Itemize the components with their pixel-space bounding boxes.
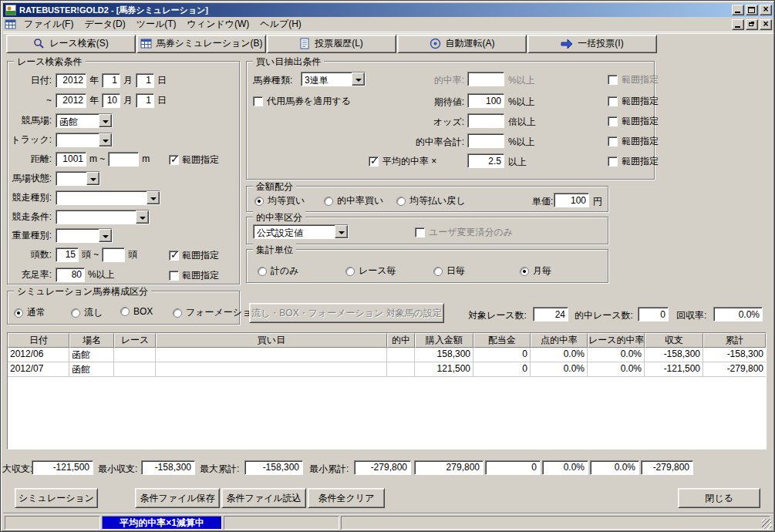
col-hit[interactable]: 的中 [387,333,415,348]
menu-tools[interactable]: ツール(T) [131,16,182,32]
dropdown-arrow-icon[interactable] [99,133,112,146]
expected-value-range-checkbox[interactable]: 範囲指定 [608,95,659,108]
radio-normal[interactable]: 通常 [14,306,45,319]
dropdown-arrow-icon[interactable] [352,72,365,86]
radio-equal-buy[interactable]: 均等買い [254,194,305,207]
col-venue[interactable]: 場名 [69,333,114,348]
expected-value-input[interactable] [467,93,504,108]
avg-hit-rate-input[interactable] [467,153,504,168]
distance-from-input[interactable] [56,152,86,167]
radio-per-race[interactable]: レース毎 [345,264,396,278]
distance-range-checkbox[interactable]: 範囲指定 [169,153,219,167]
menu-window[interactable]: ウィンドウ(W) [182,16,255,32]
hit-rate-input[interactable] [467,72,504,86]
unit-price-input[interactable] [554,193,589,207]
hit-total-input[interactable] [467,133,504,148]
toolbar-batch-vote-button[interactable]: 一括投票(I) [527,35,657,53]
avg-hit-rate-checkbox[interactable]: 平均的中率 × [369,155,436,168]
fill-rate-input[interactable] [56,268,85,282]
course-select[interactable]: 函館 [56,113,113,128]
substitute-ticket-checkbox[interactable]: 代用馬券を適用する [253,95,351,108]
maximize-button[interactable] [746,5,758,15]
dropdown-arrow-icon[interactable] [86,172,99,185]
clear-all-conditions-button[interactable]: 条件全クリア [308,488,385,508]
col-race[interactable]: レース [114,333,156,348]
radio-per-day[interactable]: 日毎 [433,264,465,278]
status-panel-3 [341,516,770,530]
col-race-hitrate[interactable]: レース的中率 [588,333,645,348]
hit-total-range-checkbox[interactable]: 範囲指定 [608,135,659,148]
date-to-day-input[interactable] [136,93,154,108]
menu-help[interactable]: ヘルプ(H) [254,16,307,32]
ground-state-select[interactable] [56,171,100,186]
hit-rate-range-checkbox[interactable]: 範囲指定 [608,73,659,86]
toolbar: レース検索(S) 馬券シミュレーション(B) 投票履歴(L) 自動運転(A) 一… [3,33,773,53]
menu-data[interactable]: データ(D) [79,16,130,32]
target-races-value[interactable] [533,307,568,322]
date-to-year-input[interactable] [56,93,86,108]
fill-rate-range-checkbox[interactable]: 範囲指定 [169,269,219,282]
radio-equal-payout[interactable]: 均等払い戻し [396,194,466,207]
radio-per-month[interactable]: 月毎 [520,264,551,278]
dropdown-arrow-icon[interactable] [99,229,112,242]
dropdown-arrow-icon[interactable] [136,210,149,224]
minimize-button[interactable] [732,5,744,15]
ticket-type-select[interactable]: 3連単 [301,72,366,86]
radio-formation[interactable]: フォーメーション [173,306,261,319]
hit-races-value[interactable] [638,307,669,322]
close-window-button[interactable]: 閉じる [678,488,760,508]
close-button[interactable]: × [760,5,772,15]
resize-grip[interactable] [762,519,772,529]
date-from-month-input[interactable] [102,73,120,88]
avg-range-checkbox[interactable]: 範囲指定 [608,155,659,168]
target-horse-setting-button[interactable]: 流し・BOX・フォーメーション 対象馬の設定 [249,303,444,323]
heads-range-checkbox[interactable]: 範囲指定 [169,249,219,262]
track-select[interactable] [56,133,113,147]
mdi-child-icon[interactable] [5,19,19,31]
date-from-year-input[interactable] [56,73,86,88]
col-cumulative[interactable]: 累計 [703,333,766,348]
mdi-close-button[interactable]: × [760,19,772,30]
col-point-hitrate[interactable]: 点的中率 [531,333,588,348]
radio-box[interactable]: BOX [120,306,153,317]
dropdown-arrow-icon[interactable] [335,225,348,238]
dropdown-arrow-icon[interactable] [99,114,112,127]
distance-to-input[interactable] [108,152,139,167]
radio-hitrate-buy[interactable]: 的中率買い [324,194,383,207]
col-purchase[interactable]: 購入金額 [415,333,473,348]
col-balance[interactable]: 収支 [645,333,703,348]
toolbar-bet-simulation-button[interactable]: 馬券シミュレーション(B) [136,35,266,53]
heads-to-input[interactable] [102,247,125,262]
col-payout[interactable]: 配当金 [473,333,531,348]
col-date[interactable]: 日付 [8,333,69,348]
radio-total-only[interactable]: 計のみ [258,264,299,278]
save-condition-file-button[interactable]: 条件ファイル保存 [135,488,220,508]
radio-nagashi[interactable]: 流し [71,306,103,319]
user-modified-only-checkbox[interactable]: ユーザ変更済分のみ [415,226,513,239]
race-cond-select[interactable] [56,210,150,224]
mdi-minimize-button[interactable] [732,19,744,30]
load-condition-file-button[interactable]: 条件ファイル読込 [221,488,306,508]
radio-icon [254,197,264,206]
toolbar-race-search-button[interactable]: レース検索(S) [6,35,136,53]
table-header: 日付 場名 レース 買い目 的中 購入金額 配当金 点的中率 レース的中率 収支… [8,333,766,348]
col-bet[interactable]: 買い目 [156,333,387,348]
race-type-select[interactable] [56,190,160,205]
toolbar-auto-run-button[interactable]: 自動運転(A) [397,35,527,53]
date-to-month-input[interactable] [102,93,120,108]
date-from-day-input[interactable] [136,73,154,88]
toolbar-vote-history-button[interactable]: 投票履歴(L) [267,35,396,53]
table-row[interactable]: 2012/06 函館 158,300 0 0.0% 0.0% -158,300 … [8,348,766,362]
checkbox-label: 範囲指定 [622,115,659,128]
weight-type-select[interactable] [56,228,113,243]
odds-input[interactable] [467,113,504,128]
recovery-rate-value[interactable] [713,307,763,322]
simulation-button[interactable]: シミュレーション [15,488,98,508]
odds-range-checkbox[interactable]: 範囲指定 [608,115,659,128]
table-row[interactable]: 2012/07 函館 121,500 0 0.0% 0.0% -121,500 … [8,362,766,377]
dropdown-arrow-icon[interactable] [147,191,160,204]
menu-file[interactable]: ファイル(F) [19,16,79,32]
hit-class-select[interactable]: 公式設定値 [253,224,349,239]
mdi-restore-button[interactable] [746,19,758,30]
heads-from-input[interactable] [56,247,79,262]
